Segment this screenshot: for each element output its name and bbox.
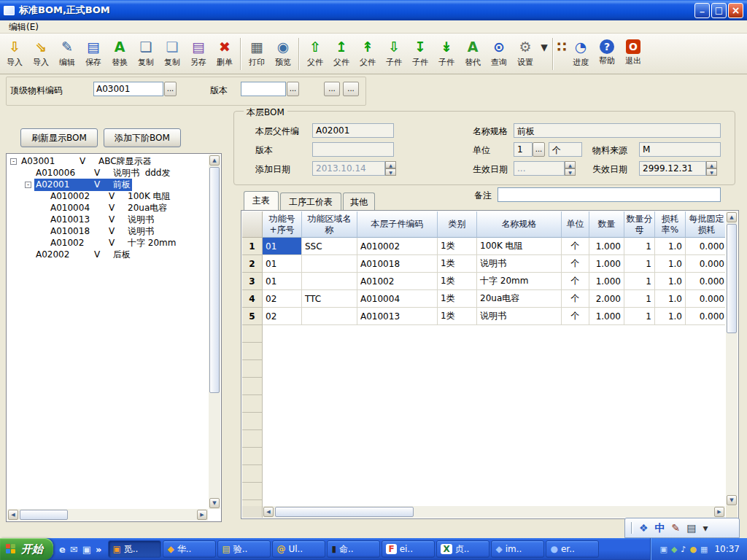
- grid-column-header[interactable]: 数量: [589, 211, 624, 238]
- grid-cell[interactable]: A010018: [357, 255, 438, 273]
- grid-cell[interactable]: 1类: [438, 255, 477, 273]
- taskbar-window-button[interactable]: ◆华..: [163, 540, 216, 558]
- toolbar-button-dots-menu[interactable]: ∷: [556, 35, 568, 72]
- tray-shield-icon[interactable]: ◆: [671, 545, 677, 553]
- scroll-right-icon[interactable]: [197, 510, 207, 520]
- grid-cell[interactable]: 个: [562, 255, 589, 273]
- grid-cell[interactable]: 说明书: [477, 255, 562, 273]
- tray-volume-icon[interactable]: ♪: [681, 545, 686, 553]
- show-desktop-icon[interactable]: ▣: [82, 545, 91, 554]
- toolbar-button-copy-alt[interactable]: ❏复制: [159, 35, 185, 72]
- tree-hscroll-thumb[interactable]: [20, 510, 68, 520]
- grid-cell[interactable]: TTC: [302, 290, 357, 308]
- grid-cell[interactable]: 1: [624, 290, 655, 308]
- scroll-down-icon[interactable]: [727, 495, 737, 505]
- toolbar-button-parent-add[interactable]: ⇧父件: [302, 35, 328, 72]
- top-code-browse-button[interactable]: ...: [164, 82, 177, 96]
- close-button[interactable]: [728, 3, 743, 18]
- effective-date-spinner[interactable]: [565, 161, 576, 176]
- grid-cell[interactable]: 1类: [438, 308, 477, 325]
- tree-item-A010018[interactable]: A010018V说明书: [7, 225, 208, 237]
- spin-up-icon[interactable]: [706, 161, 717, 168]
- extra-browse-button-1[interactable]: ...: [324, 82, 340, 96]
- toolbar-button-dropdown[interactable]: ▾: [538, 35, 550, 72]
- grid-cell[interactable]: 1.000: [589, 238, 624, 255]
- grid-cell[interactable]: 1.0: [655, 290, 686, 308]
- pen-icon[interactable]: ✎: [672, 523, 681, 533]
- tray-network-icon[interactable]: ▦: [700, 545, 708, 553]
- spin-down-icon[interactable]: [385, 168, 396, 176]
- grid-cell[interactable]: 1.0: [655, 273, 686, 290]
- grid-cell[interactable]: 1: [624, 238, 655, 255]
- toolbar-button-search[interactable]: ⊙查询: [486, 35, 512, 72]
- scroll-up-icon[interactable]: [727, 212, 737, 222]
- grid-column-header[interactable]: 类别: [438, 211, 477, 238]
- name-spec-field[interactable]: 前板: [514, 123, 721, 138]
- tree-item-A010013[interactable]: A010013V说明书: [7, 214, 208, 225]
- toolbar-button-child-delete[interactable]: ↡子件: [433, 35, 460, 72]
- toolbar-button-substitute[interactable]: A替代: [460, 35, 486, 72]
- toolbar-button-save[interactable]: ▤保存: [80, 35, 107, 72]
- expiry-date-field[interactable]: 2999.12.31: [639, 161, 706, 176]
- grid-cell[interactable]: A010004: [357, 290, 438, 308]
- scroll-down-icon[interactable]: [209, 498, 220, 508]
- grid-cell[interactable]: [302, 308, 357, 325]
- tree-item-A010004[interactable]: A010004V20ua电容: [7, 202, 208, 214]
- tray-usb-icon[interactable]: ●: [689, 545, 697, 553]
- grid-cell[interactable]: 01: [263, 273, 302, 290]
- options-arrow-icon[interactable]: ▾: [703, 523, 708, 533]
- unit-browse-button[interactable]: ...: [533, 142, 545, 157]
- minimize-button[interactable]: [694, 3, 710, 18]
- grid-column-header[interactable]: 名称规格: [477, 211, 562, 238]
- grid-row-number[interactable]: 1: [242, 238, 263, 255]
- tree-expander-icon[interactable]: -: [10, 158, 17, 165]
- tree-item-A010002[interactable]: A010002V100K 电阻: [7, 190, 208, 202]
- grid-cell[interactable]: 0.000: [686, 238, 725, 255]
- grid-cell[interactable]: 1: [624, 308, 655, 325]
- taskbar-window-button[interactable]: X贞..: [436, 540, 489, 558]
- grid-cell[interactable]: 1.000: [589, 308, 624, 325]
- grid-cell[interactable]: 1.0: [655, 255, 686, 273]
- grid-cell[interactable]: [302, 255, 357, 273]
- tree-item-A01002[interactable]: A01002V十字 20mm: [7, 237, 208, 249]
- toolbar-button-child-edit[interactable]: ↧子件: [407, 35, 433, 72]
- grid-row-number[interactable]: 4: [242, 290, 263, 308]
- taskbar-window-button[interactable]: @Ul..: [272, 540, 325, 558]
- grid-cell[interactable]: 1.0: [655, 308, 686, 325]
- grid-cell[interactable]: 0.000: [686, 273, 725, 290]
- taskbar-window-button[interactable]: ▤验..: [217, 540, 271, 558]
- unit-qty-field[interactable]: 1: [514, 142, 533, 157]
- grid-cell[interactable]: 个: [562, 290, 589, 308]
- grid-cell[interactable]: 20ua电容: [477, 290, 562, 308]
- grid-cell[interactable]: 个: [562, 308, 589, 325]
- grid-cell[interactable]: SSC: [302, 238, 357, 255]
- spin-up-icon[interactable]: [565, 161, 576, 168]
- grid-column-header[interactable]: 单位: [562, 211, 589, 238]
- toolbar-button-import[interactable]: ⇩导入: [1, 35, 28, 72]
- grid-cell[interactable]: 02: [263, 290, 302, 308]
- grid-cell[interactable]: 1.000: [589, 273, 624, 290]
- grid-cell[interactable]: 十字 20mm: [477, 273, 562, 290]
- grid-cell[interactable]: 02: [263, 308, 302, 325]
- toolbar-button-parent-edit[interactable]: ↥父件: [328, 35, 355, 72]
- taskbar-window-button[interactable]: ▮命..: [327, 540, 380, 558]
- spin-up-icon[interactable]: [385, 161, 396, 168]
- effective-date-field[interactable]: ...: [514, 161, 565, 176]
- grid-cell[interactable]: 100K 电阻: [477, 238, 562, 255]
- refresh-bom-button[interactable]: 刷新显示BOM: [20, 128, 98, 147]
- grid-cell[interactable]: 0.000: [686, 290, 725, 308]
- toolbar-button-exit[interactable]: O退出: [620, 35, 646, 72]
- grid-cell[interactable]: 1类: [438, 273, 477, 290]
- toolbar-button-replace[interactable]: A替换: [107, 35, 133, 72]
- chevron-icon[interactable]: »: [96, 545, 101, 554]
- grid-cell[interactable]: 1类: [438, 290, 477, 308]
- version-input[interactable]: [241, 82, 286, 96]
- grid-cell[interactable]: 个: [562, 273, 589, 290]
- toolbar-button-help[interactable]: ?帮助: [594, 35, 620, 72]
- grid-cell[interactable]: 说明书: [477, 308, 562, 325]
- version-browse-button[interactable]: ...: [287, 82, 299, 96]
- grid-cell[interactable]: A010002: [357, 238, 438, 255]
- ie-icon[interactable]: e: [59, 545, 66, 554]
- tree-item-A03001[interactable]: -A03001VABC牌显示器: [7, 155, 208, 167]
- tray-monitor-icon[interactable]: ▣: [659, 545, 667, 553]
